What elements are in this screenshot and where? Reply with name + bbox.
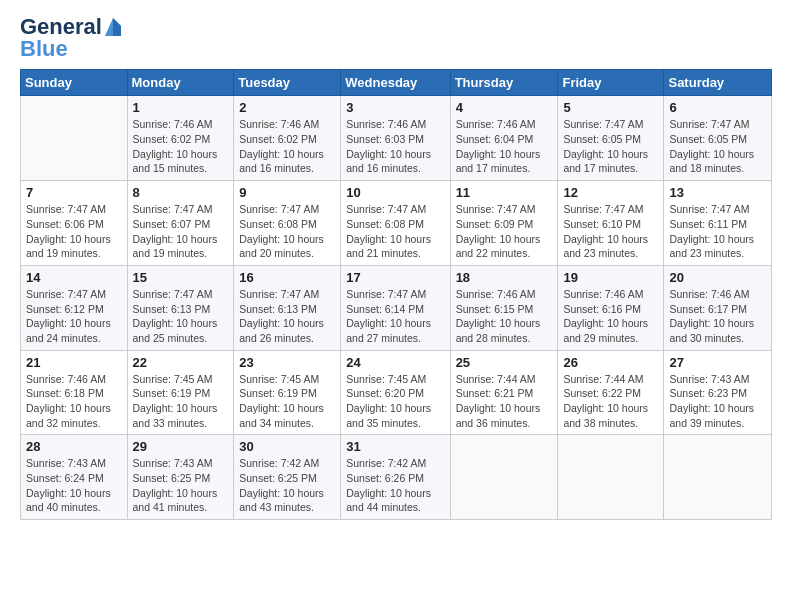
weekday-header: Monday xyxy=(127,70,234,96)
calendar-cell: 12Sunrise: 7:47 AMSunset: 6:10 PMDayligh… xyxy=(558,181,664,266)
calendar-cell xyxy=(664,435,772,520)
day-number: 21 xyxy=(26,355,122,370)
day-number: 19 xyxy=(563,270,658,285)
day-info: Sunrise: 7:46 AMSunset: 6:15 PMDaylight:… xyxy=(456,287,553,346)
weekday-header: Sunday xyxy=(21,70,128,96)
header: General Blue xyxy=(20,15,772,61)
day-info: Sunrise: 7:42 AMSunset: 6:25 PMDaylight:… xyxy=(239,456,335,515)
day-info: Sunrise: 7:46 AMSunset: 6:02 PMDaylight:… xyxy=(133,117,229,176)
day-number: 1 xyxy=(133,100,229,115)
calendar-cell: 24Sunrise: 7:45 AMSunset: 6:20 PMDayligh… xyxy=(341,350,450,435)
calendar-week-row: 1Sunrise: 7:46 AMSunset: 6:02 PMDaylight… xyxy=(21,96,772,181)
day-info: Sunrise: 7:47 AMSunset: 6:14 PMDaylight:… xyxy=(346,287,444,346)
day-number: 26 xyxy=(563,355,658,370)
calendar-week-row: 21Sunrise: 7:46 AMSunset: 6:18 PMDayligh… xyxy=(21,350,772,435)
day-info: Sunrise: 7:44 AMSunset: 6:21 PMDaylight:… xyxy=(456,372,553,431)
calendar-cell: 31Sunrise: 7:42 AMSunset: 6:26 PMDayligh… xyxy=(341,435,450,520)
day-number: 8 xyxy=(133,185,229,200)
day-number: 11 xyxy=(456,185,553,200)
day-number: 9 xyxy=(239,185,335,200)
calendar-cell: 23Sunrise: 7:45 AMSunset: 6:19 PMDayligh… xyxy=(234,350,341,435)
day-number: 23 xyxy=(239,355,335,370)
day-info: Sunrise: 7:47 AMSunset: 6:12 PMDaylight:… xyxy=(26,287,122,346)
day-number: 20 xyxy=(669,270,766,285)
day-info: Sunrise: 7:47 AMSunset: 6:10 PMDaylight:… xyxy=(563,202,658,261)
day-info: Sunrise: 7:45 AMSunset: 6:20 PMDaylight:… xyxy=(346,372,444,431)
calendar-cell: 1Sunrise: 7:46 AMSunset: 6:02 PMDaylight… xyxy=(127,96,234,181)
calendar-cell: 15Sunrise: 7:47 AMSunset: 6:13 PMDayligh… xyxy=(127,265,234,350)
calendar-cell: 10Sunrise: 7:47 AMSunset: 6:08 PMDayligh… xyxy=(341,181,450,266)
weekday-header: Saturday xyxy=(664,70,772,96)
day-number: 22 xyxy=(133,355,229,370)
day-info: Sunrise: 7:47 AMSunset: 6:11 PMDaylight:… xyxy=(669,202,766,261)
calendar-cell: 17Sunrise: 7:47 AMSunset: 6:14 PMDayligh… xyxy=(341,265,450,350)
day-number: 10 xyxy=(346,185,444,200)
weekday-header: Tuesday xyxy=(234,70,341,96)
day-number: 27 xyxy=(669,355,766,370)
calendar-week-row: 14Sunrise: 7:47 AMSunset: 6:12 PMDayligh… xyxy=(21,265,772,350)
day-number: 24 xyxy=(346,355,444,370)
calendar-cell: 5Sunrise: 7:47 AMSunset: 6:05 PMDaylight… xyxy=(558,96,664,181)
day-info: Sunrise: 7:43 AMSunset: 6:23 PMDaylight:… xyxy=(669,372,766,431)
day-info: Sunrise: 7:42 AMSunset: 6:26 PMDaylight:… xyxy=(346,456,444,515)
calendar-cell: 11Sunrise: 7:47 AMSunset: 6:09 PMDayligh… xyxy=(450,181,558,266)
day-number: 5 xyxy=(563,100,658,115)
calendar-cell: 25Sunrise: 7:44 AMSunset: 6:21 PMDayligh… xyxy=(450,350,558,435)
calendar-cell: 27Sunrise: 7:43 AMSunset: 6:23 PMDayligh… xyxy=(664,350,772,435)
day-info: Sunrise: 7:43 AMSunset: 6:25 PMDaylight:… xyxy=(133,456,229,515)
page: General Blue SundayMondayTuesdayWednesda… xyxy=(0,0,792,612)
day-info: Sunrise: 7:46 AMSunset: 6:18 PMDaylight:… xyxy=(26,372,122,431)
weekday-header: Wednesday xyxy=(341,70,450,96)
logo-text-blue: Blue xyxy=(20,37,121,61)
day-number: 29 xyxy=(133,439,229,454)
calendar-cell: 9Sunrise: 7:47 AMSunset: 6:08 PMDaylight… xyxy=(234,181,341,266)
calendar-cell: 16Sunrise: 7:47 AMSunset: 6:13 PMDayligh… xyxy=(234,265,341,350)
day-info: Sunrise: 7:47 AMSunset: 6:13 PMDaylight:… xyxy=(239,287,335,346)
day-info: Sunrise: 7:47 AMSunset: 6:07 PMDaylight:… xyxy=(133,202,229,261)
calendar-cell: 21Sunrise: 7:46 AMSunset: 6:18 PMDayligh… xyxy=(21,350,128,435)
calendar-cell: 13Sunrise: 7:47 AMSunset: 6:11 PMDayligh… xyxy=(664,181,772,266)
calendar-cell: 2Sunrise: 7:46 AMSunset: 6:02 PMDaylight… xyxy=(234,96,341,181)
weekday-header: Thursday xyxy=(450,70,558,96)
day-info: Sunrise: 7:46 AMSunset: 6:02 PMDaylight:… xyxy=(239,117,335,176)
day-info: Sunrise: 7:43 AMSunset: 6:24 PMDaylight:… xyxy=(26,456,122,515)
day-number: 7 xyxy=(26,185,122,200)
day-info: Sunrise: 7:47 AMSunset: 6:09 PMDaylight:… xyxy=(456,202,553,261)
day-info: Sunrise: 7:46 AMSunset: 6:17 PMDaylight:… xyxy=(669,287,766,346)
day-info: Sunrise: 7:44 AMSunset: 6:22 PMDaylight:… xyxy=(563,372,658,431)
calendar-cell: 22Sunrise: 7:45 AMSunset: 6:19 PMDayligh… xyxy=(127,350,234,435)
day-number: 14 xyxy=(26,270,122,285)
day-number: 3 xyxy=(346,100,444,115)
day-info: Sunrise: 7:46 AMSunset: 6:04 PMDaylight:… xyxy=(456,117,553,176)
day-number: 28 xyxy=(26,439,122,454)
calendar-cell: 14Sunrise: 7:47 AMSunset: 6:12 PMDayligh… xyxy=(21,265,128,350)
calendar-cell: 19Sunrise: 7:46 AMSunset: 6:16 PMDayligh… xyxy=(558,265,664,350)
calendar-cell: 7Sunrise: 7:47 AMSunset: 6:06 PMDaylight… xyxy=(21,181,128,266)
calendar-cell: 29Sunrise: 7:43 AMSunset: 6:25 PMDayligh… xyxy=(127,435,234,520)
day-number: 4 xyxy=(456,100,553,115)
calendar-cell: 3Sunrise: 7:46 AMSunset: 6:03 PMDaylight… xyxy=(341,96,450,181)
day-number: 13 xyxy=(669,185,766,200)
calendar-cell: 4Sunrise: 7:46 AMSunset: 6:04 PMDaylight… xyxy=(450,96,558,181)
day-info: Sunrise: 7:47 AMSunset: 6:06 PMDaylight:… xyxy=(26,202,122,261)
calendar-week-row: 28Sunrise: 7:43 AMSunset: 6:24 PMDayligh… xyxy=(21,435,772,520)
calendar-cell: 28Sunrise: 7:43 AMSunset: 6:24 PMDayligh… xyxy=(21,435,128,520)
day-number: 16 xyxy=(239,270,335,285)
day-info: Sunrise: 7:47 AMSunset: 6:08 PMDaylight:… xyxy=(346,202,444,261)
calendar-cell xyxy=(558,435,664,520)
calendar-cell: 26Sunrise: 7:44 AMSunset: 6:22 PMDayligh… xyxy=(558,350,664,435)
day-info: Sunrise: 7:46 AMSunset: 6:03 PMDaylight:… xyxy=(346,117,444,176)
calendar-cell xyxy=(450,435,558,520)
calendar-header-row: SundayMondayTuesdayWednesdayThursdayFrid… xyxy=(21,70,772,96)
day-number: 17 xyxy=(346,270,444,285)
day-number: 25 xyxy=(456,355,553,370)
day-number: 6 xyxy=(669,100,766,115)
day-number: 31 xyxy=(346,439,444,454)
day-info: Sunrise: 7:45 AMSunset: 6:19 PMDaylight:… xyxy=(133,372,229,431)
calendar-cell xyxy=(21,96,128,181)
calendar-table: SundayMondayTuesdayWednesdayThursdayFrid… xyxy=(20,69,772,520)
day-number: 12 xyxy=(563,185,658,200)
day-info: Sunrise: 7:47 AMSunset: 6:05 PMDaylight:… xyxy=(563,117,658,176)
calendar-cell: 8Sunrise: 7:47 AMSunset: 6:07 PMDaylight… xyxy=(127,181,234,266)
calendar-week-row: 7Sunrise: 7:47 AMSunset: 6:06 PMDaylight… xyxy=(21,181,772,266)
